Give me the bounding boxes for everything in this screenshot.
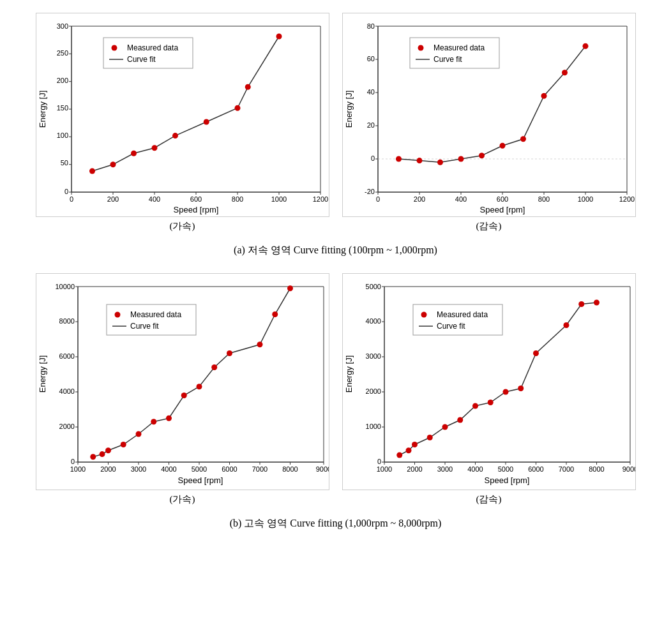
svg-text:50: 50	[60, 159, 68, 167]
svg-point-187	[472, 403, 478, 409]
svg-point-41	[245, 84, 250, 90]
svg-point-192	[563, 322, 569, 328]
svg-text:60: 60	[366, 55, 374, 63]
svg-text:1000: 1000	[577, 195, 592, 203]
legend-curvefit-bl: Curve fit	[130, 322, 159, 331]
svg-text:8000: 8000	[282, 465, 298, 473]
svg-text:1000: 1000	[271, 195, 286, 203]
legend-curvefit-tr: Curve fit	[434, 55, 462, 64]
svg-point-87	[562, 70, 568, 75]
svg-text:800: 800	[538, 195, 549, 203]
legend-measured-br: Measured data	[437, 310, 488, 319]
page: 0 50 100 150 200 250 300 0	[13, 13, 658, 540]
svg-point-191	[533, 350, 539, 356]
svg-text:-20: -20	[365, 188, 375, 195]
svg-text:4000: 4000	[59, 387, 74, 395]
svg-text:5000: 5000	[365, 283, 381, 290]
svg-point-40	[234, 105, 240, 111]
top-row: 0 50 100 150 200 250 300 0	[36, 13, 636, 232]
svg-text:0: 0	[375, 195, 379, 203]
svg-bottom-right: 0 1000 2000 3000 4000 5000 1000 2000	[342, 273, 636, 490]
svg-point-82	[458, 156, 464, 162]
svg-text:1000: 1000	[376, 465, 391, 473]
svg-text:1200: 1200	[312, 195, 328, 203]
svg-text:3000: 3000	[437, 465, 452, 473]
svg-point-185	[442, 424, 448, 430]
legend-measured-bl: Measured data	[130, 310, 181, 319]
svg-point-90	[418, 45, 423, 51]
svg-point-133	[151, 419, 156, 424]
svg-point-196	[421, 312, 426, 318]
svg-text:2000: 2000	[59, 423, 74, 430]
svg-text:600: 600	[190, 195, 201, 203]
svg-point-138	[227, 350, 232, 356]
svg-point-84	[499, 143, 505, 149]
svg-text:Energy [J]: Energy [J]	[38, 356, 47, 393]
svg-point-88	[582, 43, 588, 49]
svg-text:5000: 5000	[191, 465, 206, 473]
svg-point-42	[276, 34, 282, 40]
svg-text:3000: 3000	[130, 465, 146, 473]
svg-point-131	[120, 442, 126, 447]
svg-point-182	[405, 447, 411, 453]
section-a-title: (a) 저속 영역 Curve fitting (100rpm ~ 1,000r…	[234, 244, 437, 257]
svg-text:600: 600	[496, 195, 508, 203]
chart-top-left-label: (가속)	[170, 220, 195, 232]
svg-text:Speed [rpm]: Speed [rpm]	[173, 205, 218, 214]
svg-text:Energy [J]: Energy [J]	[344, 91, 354, 128]
svg-point-140	[272, 311, 278, 317]
svg-point-189	[502, 389, 508, 395]
svg-text:9000: 9000	[315, 465, 329, 473]
svg-text:0: 0	[69, 195, 73, 203]
chart-bottom-left-label: (가속)	[170, 493, 195, 505]
svg-text:Speed [rpm]: Speed [rpm]	[479, 205, 525, 214]
svg-point-37	[151, 145, 157, 151]
svg-point-79	[396, 156, 402, 162]
svg-point-128	[90, 454, 96, 460]
legend-measured-tl: Measured data	[127, 43, 178, 52]
svg-text:0: 0	[64, 188, 68, 195]
svg-point-132	[135, 431, 141, 437]
svg-point-137	[211, 364, 217, 370]
svg-point-184	[426, 435, 432, 440]
svg-point-183	[412, 442, 418, 447]
svg-text:3000: 3000	[365, 352, 381, 360]
svg-text:400: 400	[455, 195, 466, 203]
svg-text:100: 100	[56, 131, 68, 139]
svg-text:Energy [J]: Energy [J]	[344, 356, 354, 393]
svg-text:250: 250	[56, 49, 68, 57]
chart-top-left: 0 50 100 150 200 250 300 0	[36, 13, 329, 232]
svg-point-193	[578, 301, 584, 307]
legend-measured-tr: Measured data	[434, 43, 485, 52]
svg-point-136	[196, 384, 202, 389]
svg-text:10000: 10000	[55, 283, 75, 290]
svg-point-80	[416, 158, 422, 163]
svg-text:40: 40	[366, 88, 374, 96]
svg-text:4000: 4000	[161, 465, 176, 473]
svg-text:8000: 8000	[59, 317, 74, 325]
svg-point-181	[396, 453, 402, 458]
svg-text:Speed [rpm]: Speed [rpm]	[484, 476, 529, 485]
svg-point-134	[166, 416, 172, 421]
chart-top-right: -20 0 20 40 60 80 0	[342, 13, 636, 232]
svg-top-right: -20 0 20 40 60 80 0	[342, 13, 636, 217]
svg-text:1200: 1200	[619, 195, 634, 203]
svg-text:6000: 6000	[59, 352, 74, 360]
svg-point-186	[457, 417, 463, 423]
svg-point-85	[520, 136, 526, 142]
svg-text:4000: 4000	[467, 465, 483, 473]
svg-text:0: 0	[370, 154, 374, 162]
svg-text:1000: 1000	[70, 465, 85, 473]
svg-top-left: 0 50 100 150 200 250 300 0	[36, 13, 329, 217]
svg-text:9000: 9000	[622, 465, 635, 473]
section-b-title: (b) 고속 영역 Curve fitting (1,000rpm ~ 8,00…	[230, 517, 442, 530]
svg-text:Speed [rpm]: Speed [rpm]	[177, 476, 223, 485]
svg-text:20: 20	[366, 121, 374, 129]
svg-point-34	[89, 168, 95, 174]
svg-text:80: 80	[366, 22, 374, 30]
svg-text:2000: 2000	[100, 465, 116, 473]
svg-text:7000: 7000	[558, 465, 573, 473]
svg-point-190	[518, 386, 524, 391]
svg-text:5000: 5000	[497, 465, 513, 473]
svg-point-188	[487, 400, 493, 405]
